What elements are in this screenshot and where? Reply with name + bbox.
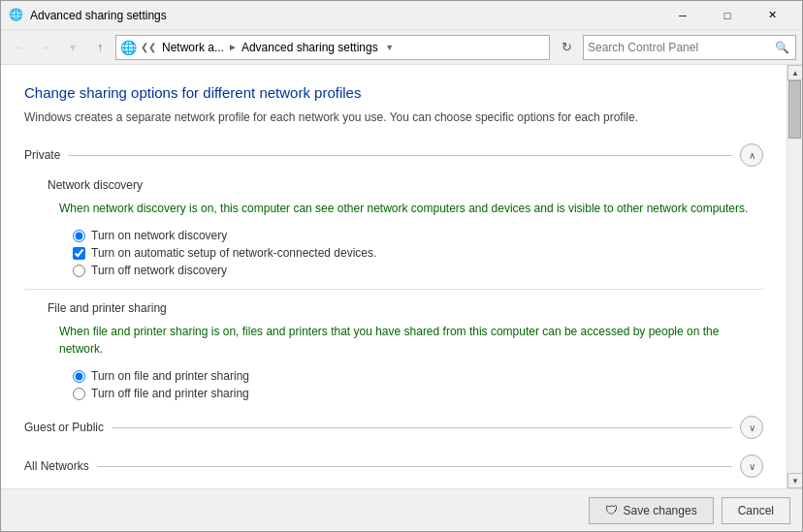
file-sharing-title: File and printer sharing (48, 301, 763, 315)
network-discovery-off-radio[interactable] (73, 265, 85, 277)
search-input[interactable] (588, 41, 772, 54)
content-area: Change sharing options for different net… (1, 65, 802, 488)
breadcrumb-arrow-left: ❮❮ (141, 42, 156, 52)
scrollbar-track (787, 80, 802, 473)
shield-icon: 🛡 (605, 503, 618, 517)
title-bar: 🌐 Advanced sharing settings ─ □ ✕ (1, 1, 802, 30)
network-discovery-on-label: Turn on network discovery (91, 229, 227, 242)
file-sharing-on-option: Turn on file and printer sharing (73, 369, 763, 383)
window-controls: ─ □ ✕ (660, 1, 794, 30)
guest-public-section-header: Guest or Public ∨ (24, 416, 763, 439)
breadcrumb-dropdown-button[interactable]: ▼ (380, 35, 400, 60)
all-networks-section: All Networks ∨ (24, 454, 763, 478)
refresh-button[interactable]: ↻ (554, 35, 579, 60)
window-title: Advanced sharing settings (30, 9, 660, 22)
window-icon: 🌐 (9, 8, 24, 23)
all-networks-section-title: All Networks (24, 459, 89, 473)
scroll-up-button[interactable]: ▲ (787, 65, 802, 80)
all-networks-section-line (97, 466, 732, 467)
private-section-header: Private ∧ (24, 143, 763, 167)
up-button[interactable]: ↑ (88, 36, 112, 59)
file-sharing-on-radio[interactable] (73, 370, 85, 383)
breadcrumb-current: Advanced sharing settings (241, 41, 378, 54)
main-content: Change sharing options for different net… (1, 65, 787, 488)
subsection-divider-1 (24, 289, 763, 290)
page-description: Windows creates a separate network profi… (24, 109, 763, 126)
back-button[interactable]: ← (7, 36, 30, 59)
minimize-button[interactable]: ─ (660, 1, 705, 30)
auto-setup-label: Turn on automatic setup of network-conne… (91, 246, 376, 260)
close-button[interactable]: ✕ (750, 1, 794, 30)
scroll-down-button[interactable]: ▼ (787, 473, 802, 488)
scrollbar-thumb[interactable] (788, 80, 801, 139)
all-networks-section-toggle[interactable]: ∨ (740, 454, 763, 478)
file-sharing-options: Turn on file and printer sharing Turn of… (73, 369, 763, 400)
private-section-toggle[interactable]: ∧ (740, 143, 763, 167)
save-changes-button[interactable]: 🛡 Save changes (589, 497, 714, 524)
network-discovery-options: Turn on network discovery Turn on automa… (73, 229, 763, 277)
guest-public-section-toggle[interactable]: ∨ (740, 416, 763, 439)
breadcrumb-separator-1: ► (228, 42, 238, 52)
auto-setup-checkbox[interactable] (73, 247, 85, 260)
network-discovery-on-option: Turn on network discovery (73, 229, 763, 242)
footer: 🛡 Save changes Cancel (1, 488, 802, 531)
network-discovery-on-radio[interactable] (73, 230, 85, 242)
all-networks-section-header: All Networks ∨ (24, 454, 763, 478)
scrollbar: ▲ ▼ (787, 65, 802, 488)
auto-setup-option: Turn on automatic setup of network-conne… (73, 246, 763, 260)
search-button[interactable]: 🔍 (772, 38, 791, 57)
file-sharing-off-option: Turn off file and printer sharing (73, 387, 763, 400)
network-discovery-off-option: Turn off network discovery (73, 264, 763, 277)
breadcrumb-network-icon: 🌐 (120, 40, 137, 55)
network-discovery-info: When network discovery is on, this compu… (59, 200, 763, 217)
guest-public-section: Guest or Public ∨ (24, 416, 763, 439)
private-section: Private ∧ Network discovery When network… (24, 143, 763, 400)
maximize-button[interactable]: □ (705, 1, 750, 30)
cancel-label: Cancel (738, 504, 774, 517)
guest-public-section-line (112, 427, 732, 428)
private-section-line (68, 155, 732, 156)
save-changes-label: Save changes (624, 504, 697, 517)
network-discovery-title: Network discovery (48, 178, 763, 192)
file-sharing-off-radio[interactable] (73, 388, 85, 400)
forward-button[interactable]: → (34, 36, 57, 59)
search-box: 🔍 (583, 35, 796, 60)
guest-public-section-title: Guest or Public (24, 421, 104, 434)
cancel-button[interactable]: Cancel (722, 497, 790, 524)
file-sharing-off-label: Turn off file and printer sharing (91, 387, 249, 400)
private-section-title: Private (24, 148, 60, 162)
file-sharing-info: When file and printer sharing is on, fil… (59, 323, 763, 358)
recent-locations-button[interactable]: ▾ (61, 36, 84, 59)
address-bar: ← → ▾ ↑ 🌐 ❮❮ Network a... ► Advanced sha… (1, 30, 802, 65)
page-heading: Change sharing options for different net… (24, 84, 763, 101)
breadcrumb-container: 🌐 ❮❮ Network a... ► Advanced sharing set… (115, 35, 550, 60)
breadcrumb-network[interactable]: Network a... (162, 41, 224, 54)
file-sharing-on-label: Turn on file and printer sharing (91, 369, 249, 383)
main-window: 🌐 Advanced sharing settings ─ □ ✕ ← → ▾ … (0, 0, 803, 532)
network-discovery-off-label: Turn off network discovery (91, 264, 227, 277)
file-sharing-subsection: File and printer sharing When file and p… (24, 301, 763, 400)
network-discovery-subsection: Network discovery When network discovery… (24, 178, 763, 277)
